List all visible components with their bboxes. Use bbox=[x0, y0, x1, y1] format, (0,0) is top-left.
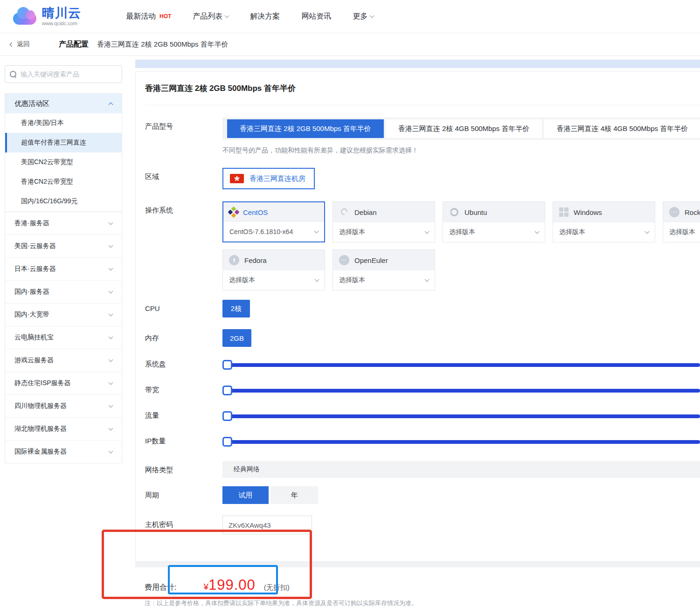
main-panel: 香港三网直连 2核 2GB 500Mbps 首年半价 产品型号 香港三网直连 2… bbox=[135, 60, 700, 607]
chevron-down-icon bbox=[109, 335, 113, 339]
cloud-logo-icon bbox=[13, 7, 37, 26]
slider-handle[interactable] bbox=[222, 386, 232, 395]
search-input[interactable] bbox=[21, 70, 117, 78]
slider-track[interactable] bbox=[224, 363, 700, 367]
divider bbox=[135, 562, 700, 567]
os-card-rocky[interactable]: ··· Rocky 选择版本 bbox=[663, 201, 700, 242]
cpu-option-2core[interactable]: 2核 bbox=[222, 300, 250, 317]
memory-option-2gb[interactable]: 2GB bbox=[222, 329, 251, 347]
os-card-ubuntu[interactable]: Ubuntu 选择版本 bbox=[443, 201, 545, 242]
sidebar-group-hubei-physical[interactable]: 湖北物理机服务器 bbox=[5, 417, 122, 440]
sidebar-group-promotions[interactable]: 优惠活动区 bbox=[5, 94, 122, 113]
slider-track[interactable] bbox=[224, 389, 700, 393]
chevron-down-icon bbox=[225, 14, 229, 18]
chevron-down-icon bbox=[314, 229, 319, 234]
traffic-slider bbox=[222, 411, 700, 421]
os-card-debian[interactable]: Debian 选择版本 bbox=[333, 201, 435, 242]
region-name: 香港三网直连机房 bbox=[250, 174, 305, 183]
sidebar-group-game-cloud[interactable]: 游戏云服务器 bbox=[5, 349, 122, 372]
sidebar-group-cloud-pc[interactable]: 云电脑挂机宝 bbox=[5, 326, 122, 349]
os-card-openeuler[interactable]: ··· OpenEuler 选择版本 bbox=[333, 249, 435, 290]
nav-item-more[interactable]: 更多 bbox=[353, 12, 374, 21]
price-amount: 199.00 bbox=[208, 577, 256, 593]
openeuler-icon: ··· bbox=[339, 255, 349, 265]
model-tab-3[interactable]: 香港三网直连 4核 4GB 500Mbps 首年半价 bbox=[544, 119, 700, 138]
sidebar-group-hk-server[interactable]: 香港·服务器 bbox=[5, 212, 122, 235]
logo[interactable]: 晴川云 www.qcidc.com bbox=[13, 7, 106, 26]
model-tab-1[interactable]: 香港三网直连 2核 2GB 500Mbps 首年半价 bbox=[227, 119, 384, 138]
host-password-input[interactable] bbox=[222, 516, 312, 534]
nav-item-products[interactable]: 产品列表 bbox=[193, 12, 229, 21]
sidebar-group-jp-cloud[interactable]: 日本·云服务器 bbox=[5, 257, 122, 280]
sidebar-group-domestic-bandwidth[interactable]: 国内·大宽带 bbox=[5, 303, 122, 326]
chevron-up-icon bbox=[109, 102, 113, 107]
os-version-select-centos[interactable]: CentOS-7.6.1810-x64 bbox=[223, 222, 324, 241]
debian-icon bbox=[339, 207, 349, 217]
row-region: 区域 bbox=[145, 168, 700, 189]
chevron-down-icon bbox=[425, 277, 430, 282]
region-option-hk[interactable]: 香港三网直连机房 bbox=[222, 168, 315, 189]
sidebar-item-us-cn2[interactable]: 美国CN2云带宽型 bbox=[5, 152, 122, 172]
os-card-centos[interactable]: CentOS CentOS-7.6.1810-x64 bbox=[222, 201, 325, 242]
nav-item-solutions[interactable]: 解决方案 bbox=[250, 12, 280, 21]
nav-item-news[interactable]: 网站资讯 bbox=[301, 12, 331, 21]
sidebar-group-us-cloud[interactable]: 美国·云服务器 bbox=[5, 235, 122, 257]
row-period: 周期 试用 年 bbox=[145, 486, 700, 504]
brand-name: 晴川云 bbox=[42, 7, 81, 20]
brand-url: www.qcidc.com bbox=[42, 21, 81, 26]
system-disk-slider bbox=[222, 360, 700, 370]
chevron-down-icon bbox=[109, 426, 113, 431]
sidebar-group-isp-server[interactable]: 静态住宅ISP服务器 bbox=[5, 372, 122, 394]
discount-note: (无折扣) bbox=[264, 583, 290, 592]
slider-handle[interactable] bbox=[222, 437, 232, 447]
os-version-select-openeuler[interactable]: 选择版本 bbox=[333, 270, 435, 290]
hong-kong-flag-icon bbox=[230, 174, 244, 183]
sidebar-item-domestic-16c[interactable]: 国内/16C/16G/99元 bbox=[5, 192, 122, 211]
chevron-down-icon bbox=[109, 358, 113, 362]
sidebar-group-bare-metal[interactable]: 国际裸金属服务器 bbox=[5, 440, 122, 463]
windows-icon bbox=[559, 207, 568, 217]
breadcrumb: 返回 产品配置 香港三网直连 2核 2GB 500Mbps 首年半价 bbox=[0, 33, 700, 56]
sidebar-item-hk-us-jp[interactable]: 香港/美国/日本 bbox=[5, 113, 122, 133]
os-card-fedora[interactable]: f Fedora 选择版本 bbox=[222, 249, 325, 290]
product-title: 香港三网直连 2核 2GB 500Mbps 首年半价 bbox=[145, 83, 296, 94]
total-price: ¥199.00 bbox=[203, 577, 255, 593]
os-version-select-debian[interactable]: 选择版本 bbox=[333, 222, 435, 242]
row-bandwidth: 带宽 bbox=[145, 386, 700, 396]
ubuntu-icon bbox=[449, 207, 459, 217]
model-hint: 不同型号的产品，功能和性能有所差异，建议您根据实际需求选择！ bbox=[222, 146, 700, 155]
os-version-select-ubuntu[interactable]: 选择版本 bbox=[443, 222, 545, 242]
sidebar-menu: 优惠活动区 香港/美国/日本 超值年付香港三网直连 美国CN2云带宽型 香港CN… bbox=[5, 93, 122, 463]
model-tab-2[interactable]: 香港三网直连 2核 4GB 500Mbps 首年半价 bbox=[386, 119, 542, 138]
row-network-type: 网络类型 经典网络 bbox=[145, 461, 700, 478]
sidebar-group-sichuan-physical[interactable]: 四川物理机服务器 bbox=[5, 394, 122, 417]
os-version-select-windows[interactable]: 选择版本 bbox=[553, 222, 655, 242]
sidebar-group-domestic-server[interactable]: 国内·服务器 bbox=[5, 280, 122, 303]
bandwidth-slider bbox=[222, 386, 700, 396]
row-memory: 内存 2GB bbox=[145, 329, 700, 347]
back-button[interactable]: 返回 bbox=[10, 40, 30, 48]
os-version-select-fedora[interactable]: 选择版本 bbox=[223, 270, 325, 290]
fedora-icon: f bbox=[229, 255, 239, 265]
product-search[interactable] bbox=[5, 65, 122, 83]
period-option-year[interactable]: 年 bbox=[270, 486, 318, 504]
slider-handle[interactable] bbox=[222, 411, 232, 421]
period-option-trial[interactable]: 试用 bbox=[222, 486, 269, 504]
product-breadcrumb-title: 香港三网直连 2核 2GB 500Mbps 首年半价 bbox=[97, 40, 229, 49]
slider-track[interactable] bbox=[224, 440, 700, 444]
currency-symbol: ¥ bbox=[203, 582, 208, 592]
os-version-select-rocky[interactable]: 选择版本 bbox=[663, 222, 700, 242]
rocky-icon: ··· bbox=[669, 207, 679, 217]
chevron-down-icon bbox=[109, 243, 113, 248]
slider-track[interactable] bbox=[224, 414, 700, 418]
main-nav: 最新活动 HOT 产品列表 解决方案 网站资讯 更多 bbox=[126, 12, 374, 21]
slider-handle[interactable] bbox=[222, 360, 232, 370]
sidebar-item-hk-cn2[interactable]: 香港CN2云带宽型 bbox=[5, 172, 122, 192]
nav-item-activities[interactable]: 最新活动 HOT bbox=[126, 12, 171, 21]
os-card-windows[interactable]: Windows 选择版本 bbox=[553, 201, 655, 242]
sidebar-item-annual-hk-triple-net[interactable]: 超值年付香港三网直连 bbox=[5, 133, 122, 152]
row-system-disk: 系统盘 bbox=[145, 360, 700, 370]
total-label: 费用合计: bbox=[145, 583, 176, 593]
price-footer: 费用合计: ¥199.00 (无折扣) 注：以上是参考价格，具体扣费请以实际下单… bbox=[135, 567, 700, 607]
chevron-down-icon bbox=[370, 14, 374, 18]
